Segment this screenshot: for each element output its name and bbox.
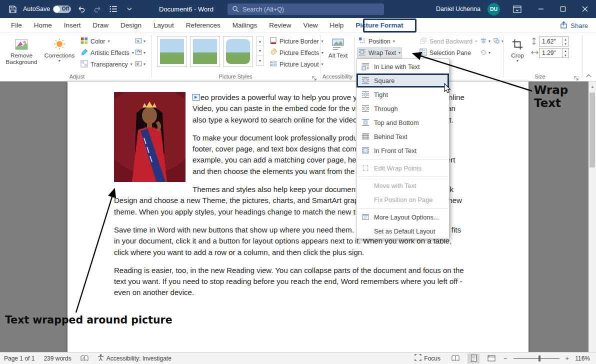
share-button[interactable]: Share xyxy=(560,20,588,32)
menu-item-move-with-text[interactable]: Move with Text xyxy=(356,178,449,192)
picture-style-thumbnail-2[interactable] xyxy=(190,36,220,67)
menu-item-fix-position-on-page[interactable]: Fix Position on Page xyxy=(356,192,449,206)
tab-design[interactable]: Design xyxy=(114,18,148,33)
change-picture-button[interactable]: ▾ xyxy=(134,48,146,58)
picture-style-thumbnail-1[interactable] xyxy=(157,36,187,67)
zoom-level[interactable]: 116% xyxy=(575,355,590,362)
tab-mailings[interactable]: Mailings xyxy=(226,18,264,33)
rotate-objects-button[interactable]: ▾ xyxy=(479,48,492,58)
wrap-text-button[interactable]: Wrap Text ▾ xyxy=(357,48,402,58)
user-name[interactable]: Daniel Uchenna xyxy=(436,6,480,12)
menu-item-through[interactable]: Through xyxy=(356,102,449,116)
accessibility-status[interactable]: Accessibility: Investigate xyxy=(98,354,172,362)
size-dialog-launcher-icon[interactable] xyxy=(574,75,578,82)
color-button[interactable]: Color ▾ xyxy=(79,36,111,47)
corrections-button[interactable]: Corrections ▾ xyxy=(46,34,73,72)
tab-insert[interactable]: Insert xyxy=(58,18,87,33)
save-icon[interactable] xyxy=(7,2,18,16)
picture-styles-dialog-launcher-icon[interactable] xyxy=(312,75,316,82)
search-input[interactable] xyxy=(228,4,384,15)
picture-style-thumbnail-3[interactable] xyxy=(223,36,253,67)
reset-picture-button[interactable]: ▾ xyxy=(134,60,146,70)
menu-item-more-layout-options[interactable]: More Layout Options... xyxy=(356,210,449,224)
print-layout-button[interactable] xyxy=(468,354,480,364)
behind-text-icon xyxy=(361,132,370,141)
proofing-icon[interactable] xyxy=(80,355,88,362)
picture-border-icon xyxy=(270,37,277,46)
reset-picture-chevron-icon: ▾ xyxy=(144,62,146,66)
menu-item-label: Fix Position on Page xyxy=(374,196,432,204)
tab-review[interactable]: Review xyxy=(263,18,297,33)
autosave-switch[interactable]: Off xyxy=(53,6,71,13)
menu-item-edit-wrap-points[interactable]: Edit Wrap Points xyxy=(356,161,449,175)
picture-layout-button[interactable]: Picture Layout ▾ xyxy=(268,59,325,70)
transparency-button[interactable]: Transparency ▾ xyxy=(79,59,134,70)
menu-item-top-and-bottom[interactable]: Top and Bottom xyxy=(356,116,449,130)
collapse-ribbon-icon[interactable] xyxy=(587,75,590,78)
tab-references[interactable]: References xyxy=(180,18,226,33)
ribbon: Remove Background Corrections ▾ Color ▾ … xyxy=(0,33,596,82)
remove-background-button[interactable]: Remove Background xyxy=(5,34,38,72)
selection-pane-button[interactable]: Selection Pane xyxy=(418,48,472,58)
send-backward-button[interactable]: Send Backward ▾ xyxy=(418,36,478,47)
menu-item-label: Edit Wrap Points xyxy=(374,164,422,172)
zoom-slider-thumb[interactable] xyxy=(538,356,540,362)
pageant-photo[interactable] xyxy=(114,92,186,182)
tab-file[interactable]: File xyxy=(5,18,28,33)
menu-item-set-as-default-layout[interactable]: Set as Default Layout xyxy=(356,224,449,238)
tab-home[interactable]: Home xyxy=(28,18,58,33)
document-page[interactable]: eo provides a powerful way to help you p… xyxy=(68,82,528,352)
selection-pane-icon xyxy=(420,48,427,58)
alt-text-button[interactable]: Alt Text xyxy=(325,34,351,72)
menu-item-behind-text[interactable]: Behind Text xyxy=(356,130,449,144)
avatar[interactable]: DU xyxy=(488,3,500,16)
compress-pictures-button[interactable]: ▾ xyxy=(134,36,146,46)
vertical-scrollbar[interactable]: ▲ xyxy=(588,82,596,352)
focus-button[interactable]: Focus xyxy=(414,354,440,362)
zoom-in-icon[interactable]: + xyxy=(566,354,570,362)
gallery-down-icon[interactable]: ▼ xyxy=(256,46,264,56)
maximize-button[interactable] xyxy=(552,0,574,18)
menu-item-in-line-with-text[interactable]: In Line with Text xyxy=(356,60,449,74)
send-backward-label: Send Backward xyxy=(430,38,472,45)
menu-item-square[interactable]: Square xyxy=(356,74,449,88)
ribbon-display-options-icon[interactable] xyxy=(508,0,526,18)
gallery-up-icon[interactable]: ▲ xyxy=(256,36,264,46)
tab-view[interactable]: View xyxy=(297,18,324,33)
shape-width-field[interactable]: 1.29" ▲▼ xyxy=(539,48,569,58)
page-indicator[interactable]: Page 1 of 1 xyxy=(4,355,34,362)
menu-item-in-front-of-text[interactable]: In Front of Text xyxy=(356,144,449,158)
word-count[interactable]: 239 words xyxy=(44,355,71,362)
read-mode-button[interactable] xyxy=(450,354,462,364)
web-layout-button[interactable] xyxy=(486,354,498,364)
compress-pictures-chevron-icon: ▾ xyxy=(144,40,146,44)
width-stepper[interactable]: ▲▼ xyxy=(562,48,568,58)
zoom-slider[interactable] xyxy=(514,358,560,359)
position-button[interactable]: Position ▾ xyxy=(357,36,396,47)
close-button[interactable] xyxy=(574,0,596,18)
adjust-group-label: Adjust xyxy=(4,74,150,80)
gallery-more-icon[interactable]: ▼ xyxy=(256,56,264,66)
toolbar-dropdown-chevron-icon[interactable] xyxy=(124,2,135,16)
send-backward-chevron-icon: ▾ xyxy=(475,40,477,44)
undo-icon[interactable] xyxy=(76,2,87,16)
tab-draw[interactable]: Draw xyxy=(87,18,115,33)
crop-button[interactable]: Crop ▾ xyxy=(506,34,529,72)
menu-item-tight[interactable]: Tight xyxy=(356,88,449,102)
tab-layout[interactable]: Layout xyxy=(148,18,180,33)
picture-effects-button[interactable]: Picture Effects ▾ xyxy=(268,48,325,58)
tab-help[interactable]: Help xyxy=(324,18,350,33)
zoom-out-icon[interactable]: − xyxy=(504,354,508,362)
shape-height-field[interactable]: 1.62" ▲▼ xyxy=(539,36,569,46)
quick-access-list-icon[interactable] xyxy=(108,2,119,16)
artistic-effects-button[interactable]: Artistic Effects ▾ xyxy=(79,48,136,58)
picture-layout-chevron-icon: ▾ xyxy=(322,62,324,66)
redo-icon[interactable] xyxy=(92,2,103,16)
in-front-of-text-icon xyxy=(361,146,370,155)
height-stepper[interactable]: ▲▼ xyxy=(562,37,568,46)
align-objects-button[interactable]: ▾ xyxy=(479,36,492,46)
group-divider xyxy=(152,35,152,78)
picture-border-button[interactable]: Picture Border ▾ xyxy=(268,36,325,47)
minimize-button[interactable] xyxy=(530,0,552,18)
autosave-toggle[interactable]: AutoSave Off xyxy=(23,6,71,13)
